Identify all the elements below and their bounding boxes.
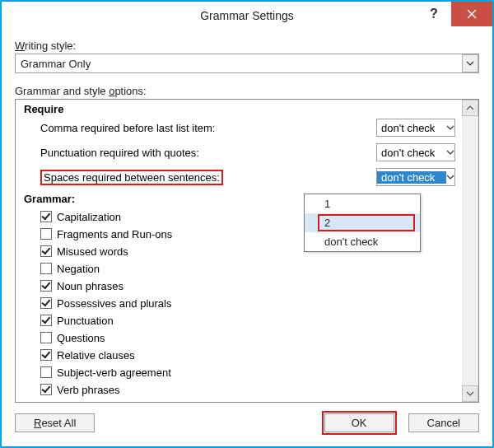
checkbox[interactable] <box>40 245 52 257</box>
help-button[interactable]: ? <box>417 2 451 26</box>
dialog-content: Writing style: Grammar Only Grammar and … <box>2 30 492 403</box>
require-select[interactable]: don't check <box>376 143 455 161</box>
scroll-track[interactable] <box>462 116 478 385</box>
options-body: Require Comma required before last list … <box>16 100 462 402</box>
grammar-label: Noun phrases <box>57 280 124 292</box>
titlebar-buttons: ? <box>417 2 492 26</box>
chevron-down-icon <box>446 148 454 156</box>
require-label: Comma required before last list item: <box>40 122 376 134</box>
button-row: Reset All OK Cancel <box>2 403 492 446</box>
checkbox[interactable] <box>40 349 52 361</box>
grammar-item[interactable]: Punctuation <box>40 312 455 329</box>
grammar-label: Fragments and Run-ons <box>57 228 172 240</box>
grammar-label: Subject-verb agreement <box>57 366 171 379</box>
scrollbar[interactable] <box>462 100 478 402</box>
grammar-item[interactable]: Subject-verb agreement <box>40 364 455 380</box>
require-row: Punctuation required with quotes:don't c… <box>40 143 455 161</box>
writing-style-select[interactable]: Grammar Only <box>15 54 479 73</box>
ok-highlight: OK <box>322 411 397 435</box>
options-panel: Require Comma required before last list … <box>15 99 479 403</box>
checkbox[interactable] <box>40 332 52 343</box>
checkbox[interactable] <box>40 384 52 395</box>
close-button[interactable] <box>451 2 492 26</box>
grammar-label: Misused words <box>57 245 128 258</box>
checkbox[interactable] <box>40 280 52 292</box>
checkbox[interactable] <box>40 315 52 326</box>
grammar-item[interactable]: Relative clauses <box>40 347 455 363</box>
require-label: Punctuation required with quotes: <box>40 147 376 159</box>
require-heading: Require <box>24 103 455 115</box>
dialog-window: Grammar Settings ? Writing style: Gramma… <box>0 0 494 448</box>
chevron-down-icon <box>446 173 454 181</box>
grammar-item[interactable]: Possessives and plurals <box>40 295 455 311</box>
chevron-down-icon <box>446 124 454 132</box>
grammar-label: Capitalization <box>57 211 121 223</box>
require-label: Spaces required between sentences: <box>40 171 376 184</box>
writing-style-dropdown-button[interactable] <box>462 54 478 72</box>
dropdown-option[interactable]: 2 <box>305 213 420 232</box>
chevron-down-icon <box>466 59 474 68</box>
options-label: Grammar and style options: <box>15 85 479 97</box>
dropdown-option[interactable]: 1 <box>305 194 420 213</box>
scroll-up-button[interactable] <box>462 100 478 116</box>
chevron-up-icon <box>466 104 474 112</box>
require-value: don't check <box>377 171 446 184</box>
help-icon: ? <box>430 7 438 21</box>
checkbox[interactable] <box>40 297 52 309</box>
require-row: Spaces required between sentences:don't … <box>40 168 455 186</box>
grammar-item[interactable]: Noun phrases <box>40 278 455 294</box>
grammar-label: Verb phrases <box>57 384 120 396</box>
scroll-down-button[interactable] <box>462 385 478 402</box>
chevron-down-icon <box>466 390 474 398</box>
grammar-item[interactable]: Questions <box>40 329 455 346</box>
require-select[interactable]: don't check <box>376 168 455 186</box>
require-value: don't check <box>377 147 446 159</box>
writing-style-label: Writing style: <box>15 40 479 52</box>
grammar-label: Questions <box>57 332 105 344</box>
checkbox[interactable] <box>40 366 52 378</box>
writing-style-value: Grammar Only <box>16 58 462 70</box>
spaces-dropdown-popup: 12don't check <box>304 194 421 252</box>
cancel-button[interactable]: Cancel <box>408 413 479 432</box>
checkbox[interactable] <box>40 228 52 240</box>
require-row: Comma required before last list item:don… <box>40 119 455 137</box>
grammar-label: Possessives and plurals <box>57 297 171 310</box>
titlebar: Grammar Settings ? <box>2 2 492 30</box>
require-value: don't check <box>377 122 446 134</box>
dropdown-option[interactable]: don't check <box>305 232 420 251</box>
reset-all-button[interactable]: Reset All <box>15 413 95 432</box>
grammar-label: Punctuation <box>57 315 114 327</box>
grammar-label: Relative clauses <box>57 349 135 362</box>
checkbox[interactable] <box>40 263 52 274</box>
require-dropdown-button[interactable] <box>446 122 454 134</box>
close-icon <box>467 9 477 19</box>
ok-button[interactable]: OK <box>324 413 394 432</box>
grammar-item[interactable]: Negation <box>40 260 455 277</box>
grammar-item[interactable]: Verb phrases <box>40 381 455 398</box>
require-dropdown-button[interactable] <box>446 147 454 159</box>
require-select[interactable]: don't check <box>376 119 455 137</box>
checkbox[interactable] <box>40 211 52 222</box>
require-dropdown-button[interactable] <box>446 171 454 184</box>
grammar-label: Negation <box>57 263 100 275</box>
